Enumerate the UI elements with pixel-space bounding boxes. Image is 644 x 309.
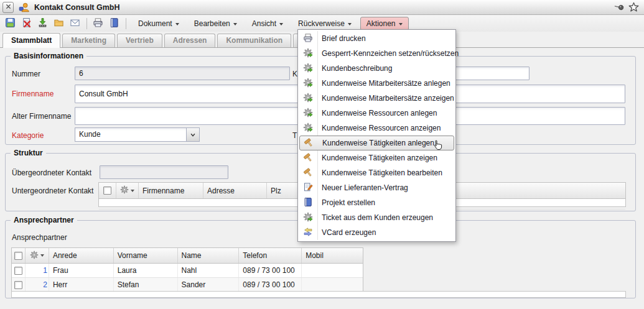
import-icon bbox=[37, 17, 48, 30]
column-header[interactable]: Vorname bbox=[114, 248, 178, 263]
print-button[interactable] bbox=[90, 17, 105, 30]
table-cell: 089 / 73 00 100 bbox=[239, 264, 302, 277]
menu-item[interactable]: Kundenweise Ressourcen anzeigen bbox=[298, 121, 455, 136]
menu-item-label: Kundenbeschreibung bbox=[322, 64, 392, 73]
menu-rückverweise[interactable]: Rückverweise bbox=[292, 17, 358, 30]
column-header[interactable]: Firmenname bbox=[139, 183, 203, 198]
contact-logo-icon bbox=[19, 2, 30, 13]
menu-item-label: Gesperrt-Kennzeichen setzen/rücksetzen bbox=[322, 49, 459, 58]
menu-item[interactable]: VCard erzeugen bbox=[298, 225, 455, 240]
row-number-link[interactable]: 1 bbox=[27, 266, 47, 275]
table-cell: 089 / 73 00 100 bbox=[239, 278, 302, 292]
menu-label: Bearbeiten bbox=[194, 19, 230, 28]
table-cell bbox=[302, 264, 363, 277]
row-number-link[interactable]: 2 bbox=[27, 280, 47, 289]
table-row[interactable]: 1FrauLauraNahl089 / 73 00 100 bbox=[12, 264, 363, 278]
column-header[interactable]: Name bbox=[178, 248, 240, 263]
row-number-cell: 1 bbox=[26, 264, 49, 277]
save-button[interactable] bbox=[2, 17, 17, 30]
chevron-down-icon bbox=[348, 23, 352, 25]
delete-document-button[interactable] bbox=[19, 17, 34, 30]
menu-item-label: Kundenweise Mitarbeitersätze anzeigen bbox=[322, 94, 454, 103]
menu-item-label: Kundenweise Tätigkeiten bearbeiten bbox=[322, 168, 442, 177]
menu-item-label: Kundenweise Mitarbeitersätze anlegen bbox=[322, 79, 450, 88]
column-header[interactable]: Adresse bbox=[203, 183, 267, 198]
menu-item-label: Kundenweise Tätigkeiten anlegen bbox=[322, 139, 434, 147]
menu-item[interactable]: Kundenbeschreibung bbox=[298, 61, 455, 76]
chevron-down-icon bbox=[175, 23, 179, 25]
menu-dokument[interactable]: Dokument bbox=[132, 17, 185, 30]
select-all-checkbox[interactable] bbox=[103, 187, 111, 195]
truncated-label-t: T bbox=[292, 131, 297, 140]
gear-icon bbox=[303, 93, 313, 104]
tab-kommunikation[interactable]: Kommunikation bbox=[217, 34, 291, 47]
gear-icon bbox=[303, 108, 313, 119]
import-button[interactable] bbox=[35, 17, 50, 30]
menu-label: Rückverweise bbox=[298, 19, 345, 28]
column-header[interactable]: Mobil bbox=[302, 248, 363, 263]
menu-item[interactable]: Brief drucken bbox=[298, 31, 455, 46]
row-checkbox[interactable] bbox=[14, 267, 22, 275]
menu-ansicht[interactable]: Ansicht bbox=[246, 17, 289, 30]
untergeordneter-kontakt-label: Untergeordneter Kontakt bbox=[12, 187, 93, 195]
section-legend: Basisinformationen bbox=[11, 52, 86, 60]
menu-item[interactable]: Kundenweise Mitarbeitersätze anzeigen bbox=[298, 91, 455, 106]
menu-item[interactable]: Kundenweise Mitarbeitersätze anlegen bbox=[298, 76, 455, 91]
table-actions-dropdown[interactable] bbox=[120, 185, 134, 196]
gear-plain-icon bbox=[120, 185, 129, 196]
tab-adressen[interactable]: Adressen bbox=[164, 34, 216, 47]
open-folder-button[interactable] bbox=[51, 17, 66, 30]
table-cell: Laura bbox=[114, 264, 178, 277]
menu-aktionen[interactable]: Aktionen bbox=[360, 17, 409, 30]
kategorie-select[interactable]: Kunde bbox=[75, 127, 200, 142]
menu-item[interactable]: Ticket aus dem Kunden erzeugen bbox=[298, 210, 455, 225]
column-header[interactable]: Anrede bbox=[49, 248, 114, 263]
table-actions-dropdown[interactable] bbox=[30, 251, 44, 261]
aktionen-dropdown-menu: Brief druckenGesperrt-Kennzeichen setzen… bbox=[297, 29, 456, 242]
gear-icon bbox=[303, 48, 313, 60]
table-header-row: AnredeVornameNameTelefonMobil bbox=[12, 248, 363, 264]
menu-bearbeiten[interactable]: Bearbeiten bbox=[188, 17, 243, 30]
menu-item[interactable]: Kundenweise Tätigkeiten bearbeiten bbox=[298, 165, 455, 180]
table-cell: Sander bbox=[178, 278, 240, 292]
tab-vertrieb[interactable]: Vertrieb bbox=[117, 34, 162, 47]
table-cell: Herr bbox=[49, 278, 114, 292]
save-icon bbox=[5, 17, 16, 30]
row-number-cell: 2 bbox=[26, 278, 49, 292]
menu-item[interactable]: Projekt erstellen bbox=[298, 195, 455, 210]
section-legend: Ansprechpartner bbox=[11, 216, 77, 224]
notebook-button[interactable] bbox=[106, 17, 121, 30]
menu-item[interactable]: Kundenweise Tätigkeiten anzeigen bbox=[298, 150, 455, 165]
table-cell: Nahl bbox=[178, 264, 240, 277]
uebergeordneter-kontakt-label: Übergeordneter Kontakt bbox=[12, 168, 91, 177]
chevron-down-icon[interactable] bbox=[186, 128, 199, 141]
ansprechpartner-empty-row bbox=[11, 291, 626, 298]
close-button[interactable] bbox=[2, 2, 14, 13]
gear-icon bbox=[303, 212, 313, 224]
tab-marketing[interactable]: Marketing bbox=[62, 34, 115, 47]
menu-item-label: Projekt erstellen bbox=[322, 198, 375, 207]
menu-item[interactable]: Kundenweise Ressourcen anlegen bbox=[298, 106, 455, 121]
toolbar-separator bbox=[126, 18, 126, 29]
close-icon bbox=[5, 2, 12, 12]
menu-label: Aktionen bbox=[366, 19, 396, 28]
firmenname-label: Firmenname bbox=[12, 90, 54, 98]
uebergeordneter-kontakt-input[interactable] bbox=[100, 165, 228, 179]
nummer-input[interactable] bbox=[75, 67, 290, 80]
table-row[interactable]: 2HerrStefanSander089 / 73 00 100 bbox=[12, 278, 363, 292]
printer-icon bbox=[303, 33, 313, 45]
select-all-checkbox[interactable] bbox=[14, 252, 22, 260]
pin-icon[interactable] bbox=[614, 2, 625, 12]
row-checkbox[interactable] bbox=[14, 281, 22, 289]
menu-item[interactable]: Neuer Lieferanten-Vertrag bbox=[298, 180, 455, 195]
menu-item[interactable]: Gesperrt-Kennzeichen setzen/rücksetzen bbox=[298, 46, 455, 61]
notebook-icon bbox=[109, 17, 119, 30]
column-header[interactable]: Telefon bbox=[239, 248, 302, 263]
tab-stammblatt[interactable]: Stammblatt bbox=[2, 33, 60, 48]
menu-item-label: VCard erzeugen bbox=[322, 228, 376, 237]
hammer-icon bbox=[304, 137, 314, 149]
menu-item[interactable]: Kundenweise Tätigkeiten anlegen bbox=[299, 136, 454, 150]
chevron-down-icon bbox=[279, 23, 283, 25]
favorite-star-icon[interactable] bbox=[628, 2, 639, 12]
mail-button[interactable] bbox=[67, 17, 82, 30]
